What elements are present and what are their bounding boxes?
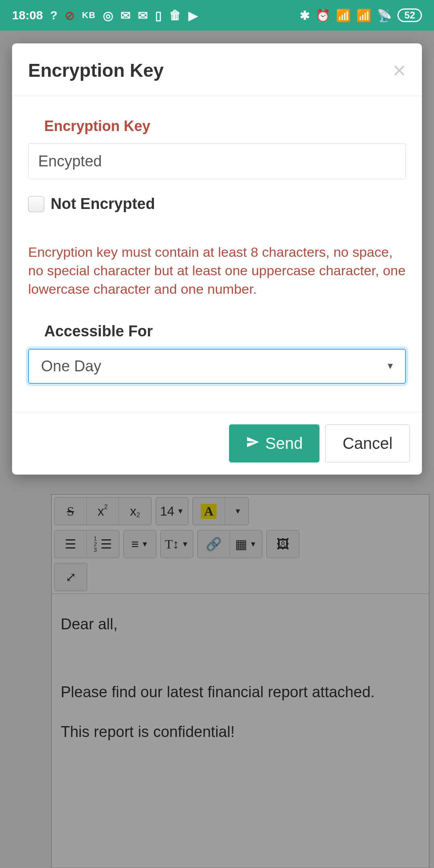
outlook-icon: ✉	[121, 8, 131, 23]
alert-icon: ⊘	[65, 8, 75, 23]
battery-badge: 52	[397, 8, 422, 22]
status-bar: 18:08 ? ⊘ KB ◎ ✉ ✉ ▯ 🗑 ▶ ✱ ⏰ 📶 📶 📡 52	[0, 0, 434, 31]
not-encrypted-checkbox[interactable]	[28, 196, 44, 212]
alarm-icon: ⏰	[315, 8, 330, 23]
outlook-icon-2: ✉	[138, 8, 148, 23]
paper-plane-icon	[246, 434, 260, 452]
encryption-key-label: Encryption Key	[44, 118, 404, 135]
wifi-icon: 📡	[377, 8, 392, 23]
close-icon[interactable]: ×	[393, 65, 406, 76]
play-icon: ▶	[188, 8, 198, 23]
encryption-key-input[interactable]: Encypted	[28, 143, 406, 179]
sim-icon: ▯	[155, 8, 162, 23]
not-encrypted-label: Not Encrypted	[51, 195, 155, 213]
encryption-key-modal: Encryption Key × Encryption Key Encypted…	[12, 43, 422, 475]
help-icon: ?	[50, 8, 57, 22]
bluetooth-icon: ✱	[300, 8, 310, 23]
accessible-for-select[interactable]: One Day	[28, 349, 406, 384]
signal-icon: 📶	[336, 8, 351, 23]
kb-icon: KB	[82, 10, 96, 20]
send-label: Send	[265, 434, 303, 452]
trash-icon: 🗑	[169, 8, 181, 22]
signal-icon-2: 📶	[356, 8, 371, 23]
chevron-down-icon: ▼	[386, 361, 395, 371]
clock: 18:08	[12, 8, 43, 22]
encryption-help-text: Encryption key must contain at least 8 c…	[28, 243, 406, 299]
instagram-icon: ◎	[103, 8, 113, 23]
modal-title: Encryption Key	[28, 59, 164, 81]
cancel-label: Cancel	[342, 434, 393, 452]
send-button[interactable]: Send	[229, 424, 319, 463]
cancel-button[interactable]: Cancel	[325, 424, 410, 463]
accessible-for-label: Accessible For	[44, 323, 404, 340]
